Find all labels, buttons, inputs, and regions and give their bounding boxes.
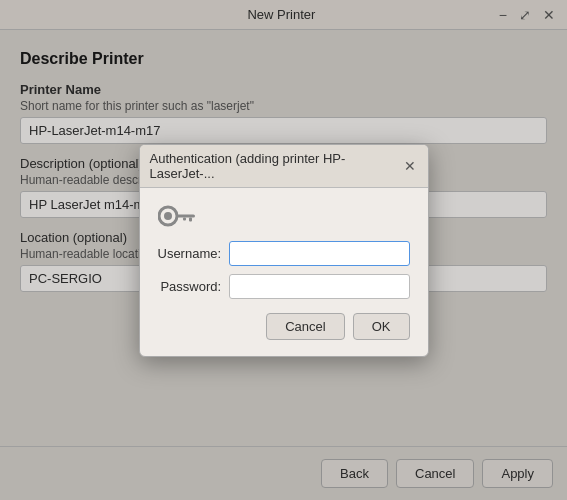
dialog-title: Authentication (adding printer HP-LaserJ… [150, 151, 402, 181]
dialog-body: Username: Password: Cancel OK [140, 188, 428, 356]
password-input[interactable] [229, 274, 409, 299]
svg-point-1 [164, 212, 172, 220]
modal-overlay: Authentication (adding printer HP-LaserJ… [0, 0, 567, 500]
svg-rect-2 [177, 214, 195, 217]
password-label: Password: [158, 279, 222, 294]
dialog-form: Username: Password: [158, 241, 410, 299]
dialog-cancel-button[interactable]: Cancel [266, 313, 344, 340]
auth-dialog: Authentication (adding printer HP-LaserJ… [139, 144, 429, 357]
dialog-titlebar: Authentication (adding printer HP-LaserJ… [140, 145, 428, 188]
key-icon [158, 204, 410, 231]
svg-rect-3 [189, 217, 192, 221]
username-label: Username: [158, 246, 222, 261]
svg-rect-4 [183, 217, 186, 220]
dialog-close-button[interactable]: ✕ [402, 159, 418, 173]
dialog-ok-button[interactable]: OK [353, 313, 410, 340]
dialog-actions: Cancel OK [158, 313, 410, 340]
username-input[interactable] [229, 241, 409, 266]
